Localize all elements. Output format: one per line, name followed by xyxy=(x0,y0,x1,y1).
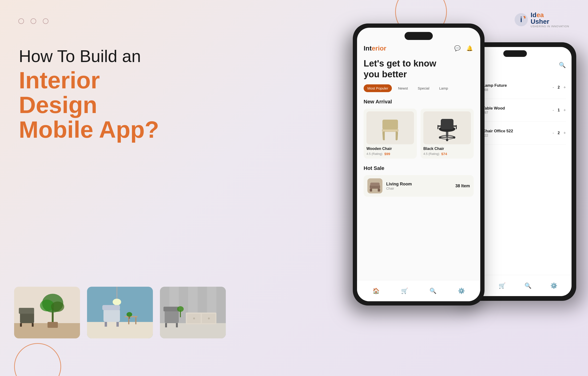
cart-search-icon[interactable]: 🔍 xyxy=(559,62,566,68)
hero-subtitle: How To Build an xyxy=(19,47,183,66)
svg-point-25 xyxy=(127,312,132,317)
chat-icon[interactable]: 💬 xyxy=(453,44,461,53)
product-meta-black: 4.5 (Rating) $74 xyxy=(423,152,471,156)
svg-rect-19 xyxy=(102,305,120,310)
hot-sale-img xyxy=(367,178,383,193)
product-cards: Wooden Chair 4.5 (Rating) $99 xyxy=(363,109,474,159)
qty-minus-table[interactable]: - xyxy=(553,108,554,113)
hot-sale-count-block: 38 Item xyxy=(455,184,470,188)
tab-lamp[interactable]: Lamp xyxy=(435,84,452,92)
phone-front: Interior 💬 🔔 Let's get to know you bette… xyxy=(353,23,484,305)
cart-item-price-chair: $22 xyxy=(483,134,549,137)
dot-2 xyxy=(31,18,36,24)
dot-1 xyxy=(18,18,24,24)
phones-container: Cart 🔍 Lamp Fut xyxy=(353,23,576,353)
qty-minus-chair[interactable]: - xyxy=(553,131,554,136)
front-phone-bottom-nav: 🏠 🛒 🔍 ⚙️ xyxy=(357,280,480,301)
room-image-2 xyxy=(87,287,153,338)
svg-point-75 xyxy=(446,139,448,141)
category-tabs: Most Populer Newst Special Lamp xyxy=(363,84,474,92)
cart-item-price-table: $97 xyxy=(483,111,549,115)
svg-text:i: i xyxy=(520,15,522,24)
nav-settings-back[interactable]: ⚙️ xyxy=(550,282,558,290)
qty-plus-chair[interactable]: + xyxy=(563,131,566,136)
product-img-wooden xyxy=(366,111,414,144)
nav-cart-front[interactable]: 🛒 xyxy=(400,287,409,295)
svg-rect-3 xyxy=(14,323,80,338)
hot-sale-info: Living Room Chair xyxy=(386,182,452,190)
product-card-black[interactable]: Black Chair 4.5 (Rating) $74 xyxy=(420,109,474,159)
product-price-wooden: $99 xyxy=(384,152,390,156)
qty-plus-lamp[interactable]: + xyxy=(563,85,566,90)
deco-circle-bottom xyxy=(14,343,61,376)
svg-rect-4 xyxy=(20,313,34,323)
hot-sale-count: 38 Item xyxy=(455,184,470,188)
logo-name: Idea Usher xyxy=(531,12,569,25)
svg-rect-21 xyxy=(117,322,119,327)
hero-title-line2: Mobile App? xyxy=(19,117,183,142)
notification-icon[interactable]: 🔔 xyxy=(465,44,474,53)
nav-settings-front[interactable]: ⚙️ xyxy=(457,287,466,295)
svg-rect-66 xyxy=(383,129,398,131)
svg-rect-68 xyxy=(441,119,453,129)
cart-item-info-table: Table Wood $97 xyxy=(483,106,549,115)
svg-rect-35 xyxy=(160,323,226,338)
qty-minus-lamp[interactable]: - xyxy=(553,85,554,90)
hot-sale-item[interactable]: Living Room Chair 38 Item xyxy=(363,175,474,197)
svg-rect-61 xyxy=(383,120,398,129)
cart-qty-table: - 1 + xyxy=(553,108,566,113)
nav-cart-back[interactable]: 🛒 xyxy=(498,282,506,290)
tab-most-popular[interactable]: Most Populer xyxy=(363,84,392,92)
svg-rect-7 xyxy=(32,323,34,327)
nav-search-front[interactable]: 🔍 xyxy=(429,287,437,295)
hot-sale-subtitle: Chair xyxy=(386,187,452,190)
product-card-wooden[interactable]: Wooden Chair 4.5 (Rating) $99 xyxy=(363,109,417,159)
svg-rect-42 xyxy=(163,307,179,311)
svg-rect-20 xyxy=(105,322,107,327)
svg-rect-78 xyxy=(438,125,438,129)
svg-rect-43 xyxy=(165,323,167,327)
cart-qty-chair: - 2 + xyxy=(553,131,566,136)
phone-front-screen: Interior 💬 🔔 Let's get to know you bette… xyxy=(357,28,480,301)
hero-content: How To Build an Interior Design Mobile A… xyxy=(19,47,183,142)
cart-item-name-lamp: Lamp Future xyxy=(483,83,549,88)
svg-rect-24 xyxy=(135,317,136,324)
svg-point-73 xyxy=(439,136,441,139)
room-image-1 xyxy=(14,287,80,338)
app-header: Interior 💬 🔔 xyxy=(363,44,474,53)
svg-rect-13 xyxy=(47,322,58,328)
svg-rect-6 xyxy=(20,323,22,327)
nav-home-front[interactable]: 🏠 xyxy=(372,287,380,295)
cart-item-info-chair: Chair Office 522 $22 xyxy=(483,129,549,137)
svg-point-74 xyxy=(453,136,455,139)
dot-3 xyxy=(43,18,48,24)
product-img-black xyxy=(423,111,471,144)
svg-rect-79 xyxy=(456,125,457,129)
nav-search-back[interactable]: 🔍 xyxy=(524,282,532,290)
svg-rect-26 xyxy=(129,317,130,319)
svg-rect-15 xyxy=(87,322,153,338)
svg-point-39 xyxy=(193,317,195,319)
qty-num-lamp: 2 xyxy=(556,85,561,90)
cart-item-name-table: Table Wood xyxy=(483,106,549,111)
cart-item-price-lamp: $68 xyxy=(483,88,549,92)
svg-rect-18 xyxy=(104,309,120,322)
svg-point-11 xyxy=(51,302,64,312)
app-name: Interior xyxy=(363,45,386,52)
svg-rect-82 xyxy=(370,189,372,191)
product-meta-wooden: 4.5 (Rating) $99 xyxy=(366,152,414,156)
svg-rect-65 xyxy=(396,131,397,140)
hot-sale-name: Living Room xyxy=(386,182,452,187)
cart-qty-lamp: - 2 + xyxy=(553,85,566,90)
svg-rect-44 xyxy=(176,323,178,327)
cart-item-info-lamp: Lamp Future $68 xyxy=(483,83,549,92)
svg-point-40 xyxy=(208,317,210,319)
living-room-chair-icon xyxy=(367,178,383,193)
tab-newest[interactable]: Newst xyxy=(394,84,412,92)
tab-special[interactable]: Special xyxy=(414,84,433,92)
new-arrival-title: New Arrival xyxy=(363,99,474,105)
qty-plus-table[interactable]: + xyxy=(563,108,566,113)
dynamic-island-back xyxy=(503,50,527,57)
hero-title-line1: Interior Design xyxy=(19,68,183,117)
product-rating-wooden: 4.5 (Rating) xyxy=(366,152,383,156)
